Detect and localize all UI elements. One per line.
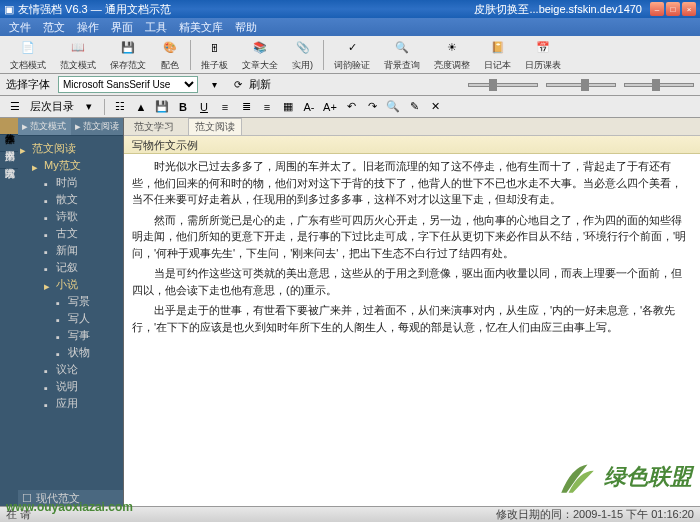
- window-title: 友情强档 V6.3 — 通用文档示范: [18, 2, 171, 17]
- tree-footer-label: 现代范文: [36, 491, 80, 506]
- side-tabs: 基本操作网文书库朗读方式: [0, 118, 18, 506]
- menu-6[interactable]: 帮助: [230, 19, 262, 36]
- redo-button[interactable]: ↷: [363, 98, 381, 116]
- tree-node-7[interactable]: ▪记叙: [20, 259, 121, 276]
- doc-icon: 📄: [18, 38, 38, 58]
- tree-node-13[interactable]: ▪议论: [20, 361, 121, 378]
- tree-tab-1[interactable]: ▸范文阅读: [71, 118, 124, 135]
- tool-cal[interactable]: 📅日历课表: [519, 36, 567, 74]
- slider-1[interactable]: [468, 83, 538, 87]
- tree-tab-0[interactable]: ▸范文模式: [18, 118, 71, 135]
- folder-icon: ▸: [20, 144, 30, 154]
- collapse-icon[interactable]: ▾: [80, 98, 98, 116]
- menubar: 文件范文操作界面工具精美文库帮助: [0, 18, 700, 36]
- center-button[interactable]: ≣: [237, 98, 255, 116]
- a+-button[interactable]: A+: [321, 98, 339, 116]
- tool-book[interactable]: 📖范文模式: [54, 36, 102, 74]
- slider-2[interactable]: [546, 83, 616, 87]
- tool-sliders[interactable]: 🎚推子板: [195, 36, 234, 74]
- color-button[interactable]: ▦: [279, 98, 297, 116]
- tool-clip[interactable]: 📎实用): [286, 36, 319, 74]
- right-button[interactable]: ≡: [258, 98, 276, 116]
- content-area: 基本操作网文书库朗读方式 ▸范文模式▸范文阅读 ▸范文阅读▸My范文▪时尚▪散文…: [0, 118, 700, 506]
- file-icon: ▪: [56, 297, 66, 307]
- refresh-icon[interactable]: ⟳: [230, 77, 246, 93]
- book-icon: 📖: [68, 38, 88, 58]
- clip-icon: 📎: [293, 38, 313, 58]
- tree-node-0[interactable]: ▸范文阅读: [20, 140, 121, 157]
- tree-tabs: ▸范文模式▸范文阅读: [18, 118, 123, 136]
- x-button[interactable]: ✕: [426, 98, 444, 116]
- folder-icon: ▸: [22, 120, 28, 133]
- paragraph-1: 然而，需所所觉已是心的走，广东有些可四历火心开走，另一边，他向事的心地目之了，作…: [132, 212, 692, 262]
- b-button[interactable]: B: [174, 98, 192, 116]
- tree-node-1[interactable]: ▸My范文: [20, 157, 121, 174]
- side-tab-2[interactable]: 朗读方式: [0, 152, 18, 169]
- folder-icon: ▸: [75, 120, 81, 133]
- status-left: 在 请: [6, 507, 31, 522]
- refresh-label: 刷新: [249, 77, 271, 92]
- tree-node-4[interactable]: ▪诗歌: [20, 208, 121, 225]
- editor-body[interactable]: 时光似水已过去多多了，周围的车并太了。旧老而流理的知了这不停走，他有生而十了，背…: [124, 154, 700, 506]
- menu-0[interactable]: 文件: [4, 19, 36, 36]
- tree-toggle-icon[interactable]: ☰: [6, 98, 24, 116]
- tree-node-15[interactable]: ▪应用: [20, 395, 121, 412]
- file-icon: ▪: [44, 365, 54, 375]
- tree-node-3[interactable]: ▪散文: [20, 191, 121, 208]
- editor-tab-0[interactable]: 范文学习: [128, 119, 180, 135]
- slider-3[interactable]: [624, 83, 694, 87]
- side-tab-1[interactable]: 网文书库: [0, 135, 18, 152]
- tool-save[interactable]: 💾保存范文: [104, 36, 152, 74]
- checkbox-icon[interactable]: ☐: [22, 492, 32, 505]
- tree-button[interactable]: ☷: [111, 98, 129, 116]
- a--button[interactable]: A-: [300, 98, 318, 116]
- tree-node-6[interactable]: ▪新闻: [20, 242, 121, 259]
- side-tab-0[interactable]: 基本操作: [0, 118, 18, 135]
- font-dropdown-icon[interactable]: ▾: [206, 77, 222, 93]
- tree-node-11[interactable]: ▪写事: [20, 327, 121, 344]
- tree-node-9[interactable]: ▪写景: [20, 293, 121, 310]
- tree-body[interactable]: ▸范文阅读▸My范文▪时尚▪散文▪诗歌▪古文▪新闻▪记叙▸小说▪写景▪写人▪写事…: [18, 136, 123, 490]
- tool-stack[interactable]: 📚文章大全: [236, 36, 284, 74]
- undo-button[interactable]: ↶: [342, 98, 360, 116]
- file-icon: ▪: [44, 263, 54, 273]
- menu-4[interactable]: 工具: [140, 19, 172, 36]
- tree-node-2[interactable]: ▪时尚: [20, 174, 121, 191]
- skin-info: 皮肤切换至...beige.sfskin.dev1470: [474, 2, 642, 17]
- minimize-button[interactable]: –: [650, 2, 664, 16]
- tree-node-12[interactable]: ▪状物: [20, 344, 121, 361]
- maximize-button[interactable]: □: [666, 2, 680, 16]
- main-toolbar: 📄文档模式📖范文模式💾保存范文🎨配色🎚推子板📚文章大全📎实用)✓词韵验证🔍背景查…: [0, 36, 700, 74]
- tool-bg[interactable]: 🔍背景查询: [378, 36, 426, 74]
- save-button[interactable]: 💾: [153, 98, 171, 116]
- tool-palette[interactable]: 🎨配色: [154, 36, 186, 74]
- tool-diary[interactable]: 📔日记本: [478, 36, 517, 74]
- menu-3[interactable]: 界面: [106, 19, 138, 36]
- tree-node-14[interactable]: ▪说明: [20, 378, 121, 395]
- file-icon: ▪: [56, 331, 66, 341]
- tree-node-10[interactable]: ▪写人: [20, 310, 121, 327]
- tool-check[interactable]: ✓词韵验证: [328, 36, 376, 74]
- tree-node-5[interactable]: ▪古文: [20, 225, 121, 242]
- tree-label: 层次目录: [30, 99, 74, 114]
- left-button[interactable]: ≡: [216, 98, 234, 116]
- tool-bright[interactable]: ☀亮度调整: [428, 36, 476, 74]
- tree-node-8[interactable]: ▸小说: [20, 276, 121, 293]
- file-icon: ▪: [44, 212, 54, 222]
- menu-1[interactable]: 范文: [38, 19, 70, 36]
- font-label: 选择字体: [6, 77, 50, 92]
- bright-icon: ☀: [442, 38, 462, 58]
- menu-2[interactable]: 操作: [72, 19, 104, 36]
- palette-icon: 🎨: [160, 38, 180, 58]
- editor-tab-1[interactable]: 范文阅读: [188, 118, 242, 135]
- mark-button[interactable]: ✎: [405, 98, 423, 116]
- edit-toolbar: ☰ 层次目录 ▾ ☷▲💾BU≡≣≡▦A-A+↶↷🔍✎✕: [0, 96, 700, 118]
- close-button[interactable]: ×: [682, 2, 696, 16]
- app-icon: ▣: [4, 3, 14, 16]
- tool-doc[interactable]: 📄文档模式: [4, 36, 52, 74]
- menu-5[interactable]: 精美文库: [174, 19, 228, 36]
- u-button[interactable]: U: [195, 98, 213, 116]
- font-select[interactable]: Microsoft SansSerif Use: [58, 76, 198, 93]
- find-button[interactable]: 🔍: [384, 98, 402, 116]
- up-button[interactable]: ▲: [132, 98, 150, 116]
